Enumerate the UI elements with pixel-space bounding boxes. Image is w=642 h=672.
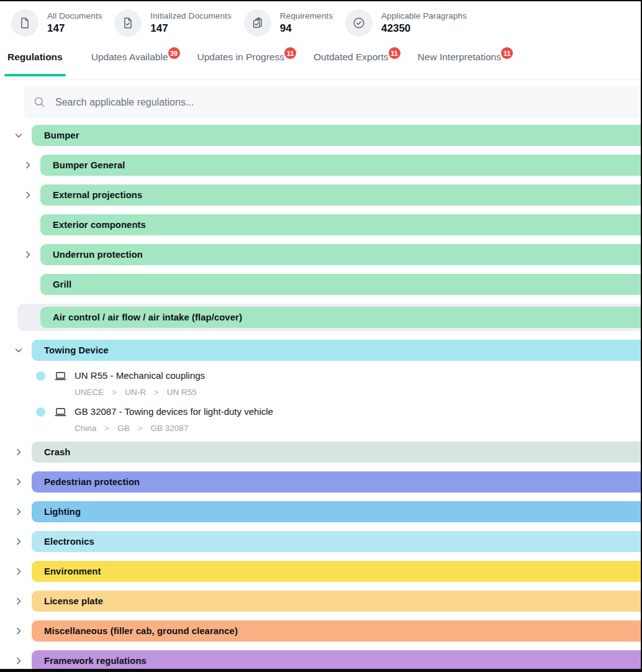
chevron-right-icon[interactable] [14, 656, 24, 666]
stat-label: Initialized Documents [150, 11, 231, 20]
tab-updates-in-progress[interactable]: Updates in Progress 11 [197, 52, 299, 79]
chevron-down-icon[interactable] [14, 345, 24, 355]
category-pill[interactable]: Towing Device [32, 340, 641, 361]
chevron-right-icon[interactable] [23, 250, 33, 260]
tab-label: Outdated Exports [314, 52, 389, 63]
category-pill[interactable]: Pedestrian protection [32, 471, 641, 493]
category-label: Grill [53, 279, 71, 289]
category-pill[interactable]: Crash [32, 442, 641, 463]
breadcrumb-separator: > [112, 387, 117, 398]
stat-requirements: Requirements 94 [244, 9, 333, 37]
category-pill[interactable]: Bumper General [40, 155, 641, 176]
chevron-right-icon[interactable] [14, 566, 24, 576]
category-pill[interactable]: Miscellaneous (filler cab, ground cleara… [32, 620, 641, 642]
breadcrumb-item[interactable]: GB [117, 423, 130, 434]
category-pill[interactable]: Environment [32, 561, 641, 582]
breadcrumb-item[interactable]: GB 32087 [151, 423, 189, 434]
file-check-icon [114, 9, 142, 37]
category-pill[interactable]: Underrun protection [40, 244, 641, 265]
category-pill[interactable]: Bumper [32, 125, 641, 146]
regulations-tree: BumperBumper GeneralExternal projections… [0, 125, 641, 671]
tab-regulations[interactable]: Regulations [7, 52, 63, 76]
category-row[interactable]: Framework regulations [0, 650, 641, 671]
document-title[interactable]: GB 32087 - Towing devices for light-duty… [75, 406, 641, 418]
category-label: Framework regulations [44, 656, 147, 666]
category-row[interactable]: Crash [0, 442, 641, 463]
category-label: Bumper General [53, 160, 125, 170]
search-input[interactable] [54, 96, 603, 109]
category-row[interactable]: Miscellaneous (filler cab, ground cleara… [0, 620, 641, 642]
category-pill[interactable]: Grill [40, 274, 641, 295]
category-row[interactable]: External projections [0, 184, 641, 206]
chevron-right-icon[interactable] [23, 190, 33, 200]
status-dot-icon [36, 407, 45, 417]
category-row[interactable]: Exterior components [0, 214, 641, 235]
breadcrumb-item[interactable]: UN R55 [167, 387, 197, 398]
category-pill[interactable]: Exterior components [40, 214, 641, 235]
category-row[interactable]: Bumper [0, 125, 641, 146]
category-label: Exterior components [53, 220, 146, 230]
stat-value: 147 [47, 22, 102, 35]
chevron-right-icon[interactable] [14, 626, 24, 636]
category-label: License plate [44, 596, 103, 606]
category-row[interactable]: Grill [0, 274, 641, 295]
category-row[interactable]: Electronics [0, 531, 641, 552]
document-row[interactable]: GB 32087 - Towing devices for light-duty… [36, 406, 641, 434]
stat-applicable-paragraphs: Applicable Paragraphs 42350 [345, 9, 467, 37]
category-label: Electronics [44, 537, 94, 547]
category-pill[interactable]: External projections [40, 184, 641, 206]
stat-label: Applicable Paragraphs [381, 11, 467, 20]
tab-badge: 11 [283, 46, 297, 60]
chevron-right-icon[interactable] [14, 507, 24, 517]
chevron-right-icon[interactable] [14, 537, 24, 547]
stat-value: 147 [150, 22, 231, 35]
tab-badge: 11 [387, 46, 402, 60]
category-label: Lighting [44, 507, 81, 517]
category-pill[interactable]: Framework regulations [32, 650, 641, 671]
tab-label: Updates Available [91, 52, 168, 63]
tab-label: Updates in Progress [197, 52, 284, 63]
category-row[interactable]: Bumper General [0, 155, 641, 176]
category-pill[interactable]: Lighting [32, 501, 641, 522]
breadcrumb-separator: > [104, 423, 109, 434]
header-stats: All Documents 147 Initialized Documents … [0, 1, 641, 37]
tab-outdated-exports[interactable]: Outdated Exports 11 [314, 52, 403, 79]
category-row[interactable]: Pedestrian protection [0, 471, 641, 493]
category-row[interactable]: Air control / air flow / air intake (fla… [17, 307, 641, 328]
category-row[interactable]: Environment [0, 561, 641, 582]
breadcrumb-item[interactable]: UN-R [125, 387, 146, 398]
category-row[interactable]: Towing Device [0, 340, 641, 361]
selected-row-highlight[interactable]: Air control / air flow / air intake (fla… [17, 304, 641, 331]
document-title[interactable]: UN R55 - Mechanical couplings [75, 370, 641, 382]
category-pill[interactable]: Electronics [32, 531, 641, 552]
check-circle-icon [345, 9, 373, 37]
chevron-down-icon[interactable] [14, 130, 24, 140]
breadcrumb-item[interactable]: China [75, 423, 96, 434]
chevron-right-icon[interactable] [14, 447, 24, 457]
chevron-right-icon[interactable] [14, 477, 24, 487]
category-row[interactable]: Lighting [0, 501, 641, 522]
category-row[interactable]: License plate [0, 591, 641, 612]
category-label: Towing Device [44, 345, 109, 355]
search-bar[interactable] [24, 86, 641, 119]
status-dot-icon [36, 371, 45, 381]
tab-label: New Interpretations [418, 52, 501, 63]
category-label: Underrun protection [53, 250, 143, 260]
stat-label: Requirements [280, 11, 333, 20]
tab-new-interpretations[interactable]: New Interpretations 11 [418, 52, 515, 79]
category-pill[interactable]: Air control / air flow / air intake (fla… [40, 307, 641, 328]
category-label: Pedestrian protection [44, 477, 140, 487]
tab-bar: Regulations Updates Available 39 Updates… [0, 52, 641, 79]
chevron-right-icon[interactable] [23, 160, 33, 170]
breadcrumb-item[interactable]: UNECE [75, 387, 104, 398]
tab-updates-available[interactable]: Updates Available 39 [91, 52, 183, 79]
stat-value: 94 [280, 22, 333, 35]
regulations-app: All Documents 147 Initialized Documents … [0, 0, 642, 672]
chevron-right-icon[interactable] [14, 596, 24, 606]
document-row[interactable]: UN R55 - Mechanical couplingsUNECE>UN-R>… [36, 370, 641, 398]
category-label: Crash [44, 447, 70, 457]
clipboard-check-icon [244, 9, 271, 37]
stat-initialized-documents: Initialized Documents 147 [114, 9, 231, 37]
category-pill[interactable]: License plate [32, 591, 641, 612]
category-row[interactable]: Underrun protection [0, 244, 641, 265]
